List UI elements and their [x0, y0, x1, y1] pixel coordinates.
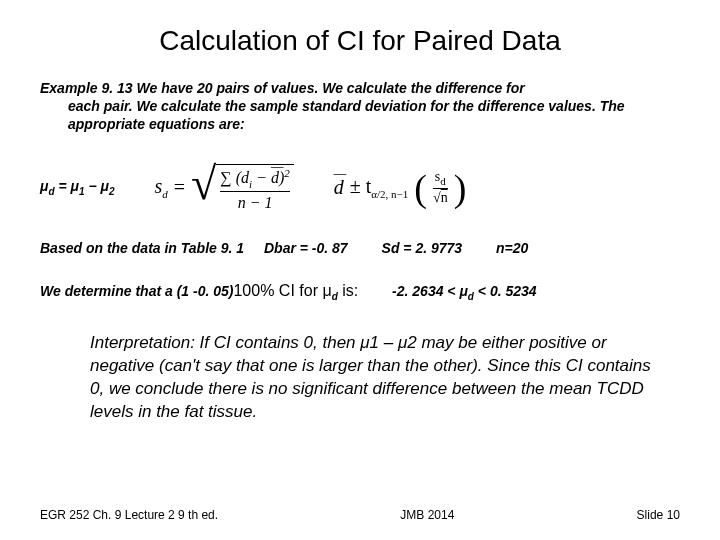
- slide-title: Calculation of CI for Paired Data: [40, 25, 680, 57]
- example-lead: Example 9. 13 We have 20 pairs of values…: [40, 80, 525, 96]
- footer-right: Slide 10: [637, 508, 680, 522]
- determine-row: We determine that a (1 -0. 05)100% CI fo…: [40, 282, 680, 302]
- sd-formula: sd = √ ∑ (di − d)2 n − 1: [155, 164, 294, 213]
- equations-row: μd = μ1 − μ2 sd = √ ∑ (di − d)2 n − 1 d …: [40, 164, 680, 213]
- ci-formula: d ± tα/2, n−1 ( sd √n ): [334, 169, 467, 206]
- data-values-row: Based on the data in Table 9. 1 Dbar = -…: [40, 240, 680, 256]
- interpretation-text: Interpretation: If CI contains 0, then μ…: [90, 332, 660, 424]
- mu-equation: μd = μ1 − μ2: [40, 178, 115, 197]
- slide-footer: EGR 252 Ch. 9 Lecture 2 9 th ed. JMB 201…: [40, 508, 680, 522]
- example-text: Example 9. 13 We have 20 pairs of values…: [40, 79, 680, 134]
- footer-center: JMB 2014: [400, 508, 454, 522]
- footer-left: EGR 252 Ch. 9 Lecture 2 9 th ed.: [40, 508, 218, 522]
- example-cont: each pair. We calculate the sample stand…: [40, 97, 680, 133]
